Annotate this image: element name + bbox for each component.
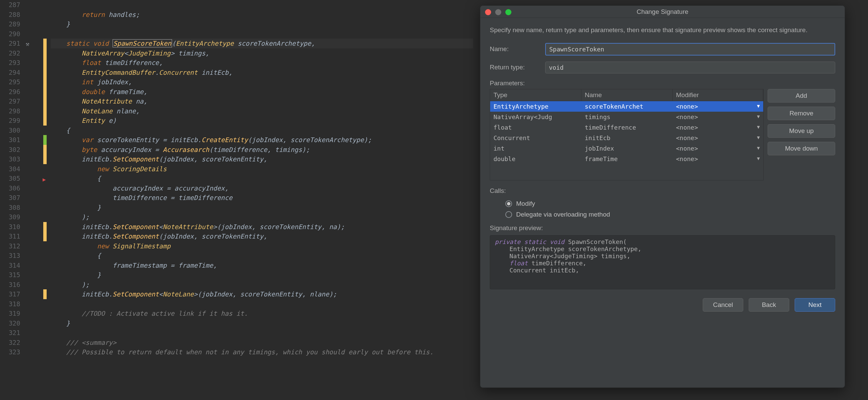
- preview-line: NativeArray<JudgeTiming> timings,: [495, 252, 830, 260]
- cell-modifier[interactable]: <none>▼: [673, 154, 763, 164]
- code-line[interactable]: {: [51, 251, 473, 261]
- code-line[interactable]: initEcb.SetComponent<NoteAttribute>(jobI…: [51, 222, 473, 232]
- change-marker: [43, 48, 47, 58]
- code-line[interactable]: new SignalTimestamp: [51, 241, 473, 251]
- code-line[interactable]: timeDifference = timeDifference: [51, 193, 473, 203]
- add-button[interactable]: Add: [768, 89, 835, 103]
- code-line[interactable]: EntityCommandBuffer.Concurrent initEcb,: [51, 68, 473, 77]
- change-marker: [43, 77, 47, 87]
- table-row[interactable]: EntityArchetypescoreTokenArchet<none>▼: [490, 101, 763, 112]
- radio-modify[interactable]: Modify: [505, 200, 835, 207]
- cell-modifier[interactable]: <none>▼: [673, 112, 763, 122]
- line-number: 291: [0, 39, 20, 48]
- radio-icon: [505, 211, 512, 218]
- dialog-title: Change Signature: [480, 8, 845, 16]
- parameters-table[interactable]: Type Name Modifier EntityArchetypescoreT…: [490, 89, 764, 180]
- table-row[interactable]: ConcurrentinitEcb<none>▼: [490, 133, 763, 143]
- code-line[interactable]: new ScoringDetails: [51, 164, 473, 174]
- code-line[interactable]: }: [51, 318, 473, 328]
- hammer-icon[interactable]: ⚒: [26, 39, 29, 49]
- line-number: 288: [0, 10, 20, 20]
- code-line[interactable]: /// <summary>: [51, 338, 473, 348]
- change-signature-dialog: Change Signature Specify new name, retur…: [480, 5, 845, 388]
- table-row[interactable]: NativeArray<Judgtimings<none>▼: [490, 112, 763, 122]
- cell-name: timeDifference: [581, 122, 673, 133]
- code-line[interactable]: );: [51, 212, 473, 222]
- code-line[interactable]: [51, 299, 473, 309]
- cell-modifier[interactable]: <none>▼: [673, 101, 763, 112]
- line-number: 319: [0, 309, 20, 318]
- line-number: 300: [0, 126, 20, 135]
- dialog-titlebar: Change Signature: [480, 6, 845, 18]
- code-editor[interactable]: 2872882892902912922932942952962972982993…: [0, 0, 473, 400]
- table-header: Type Name Modifier: [490, 89, 763, 101]
- code-line[interactable]: return handles;: [51, 10, 473, 20]
- add-marker: [43, 135, 47, 145]
- code-line[interactable]: accuracyIndex = accuracyIndex,: [51, 183, 473, 193]
- back-button[interactable]: Back: [749, 298, 789, 312]
- name-input[interactable]: [545, 43, 835, 55]
- code-line[interactable]: {: [51, 126, 473, 135]
- line-number: 304: [0, 164, 20, 174]
- table-row[interactable]: doubleframeTime<none>▼: [490, 154, 763, 164]
- code-line[interactable]: initEcb.SetComponent(jobIndex, scoreToke…: [51, 154, 473, 164]
- line-number: 287: [0, 0, 20, 10]
- zoom-icon[interactable]: [505, 9, 511, 15]
- code-line[interactable]: {: [51, 174, 473, 183]
- cell-type: int: [490, 143, 581, 154]
- code-line[interactable]: }: [51, 203, 473, 213]
- code-line[interactable]: NoteLane nlane,: [51, 106, 473, 116]
- cell-type: NativeArray<Judg: [490, 112, 581, 122]
- line-number: 293: [0, 58, 20, 68]
- line-number: 290: [0, 29, 20, 39]
- chevron-down-icon: ▼: [757, 114, 760, 119]
- close-icon[interactable]: [485, 9, 491, 15]
- chevron-down-icon: ▼: [757, 145, 760, 151]
- code-line[interactable]: double frameTime,: [51, 87, 473, 97]
- code-line[interactable]: }: [51, 19, 473, 29]
- code-line[interactable]: NativeArray<JudgeTiming> timings,: [51, 48, 473, 58]
- change-marker: [43, 87, 47, 97]
- line-number: 305: [0, 174, 20, 183]
- line-number: 310: [0, 222, 20, 232]
- code-line[interactable]: initEcb.SetComponent<NoteLane>(jobIndex,…: [51, 289, 473, 299]
- cancel-button[interactable]: Cancel: [703, 298, 743, 312]
- code-line[interactable]: static void SpawnScoreToken(EntityArchet…: [51, 39, 473, 48]
- change-marker: [43, 154, 47, 164]
- code-line[interactable]: float timeDifference,: [51, 58, 473, 68]
- code-line[interactable]: var scoreTokenEntity = initEcb.CreateEnt…: [51, 135, 473, 145]
- minimize-icon[interactable]: [495, 9, 501, 15]
- code-line[interactable]: );: [51, 280, 473, 290]
- code-line[interactable]: NoteAttribute na,: [51, 96, 473, 106]
- table-row[interactable]: floattimeDifference<none>▼: [490, 122, 763, 133]
- code-line[interactable]: Entity e): [51, 116, 473, 126]
- code-line[interactable]: [51, 328, 473, 338]
- code-line[interactable]: //TODO : Activate active link if it has …: [51, 309, 473, 318]
- next-button[interactable]: Next: [795, 298, 835, 312]
- move-down-button[interactable]: Move down: [768, 142, 835, 155]
- code-line[interactable]: byte accuracyIndex = Accurasearch(timeDi…: [51, 145, 473, 155]
- bookmark-icon[interactable]: ▶: [43, 175, 46, 185]
- cell-type: double: [490, 154, 581, 164]
- return-type-label: Return type:: [490, 64, 540, 71]
- radio-delegate[interactable]: Delegate via overloading method: [505, 211, 835, 218]
- code-line[interactable]: }: [51, 270, 473, 280]
- table-row[interactable]: intjobIndex<none>▼: [490, 143, 763, 154]
- code-line[interactable]: initEcb.SetComponent(jobIndex, scoreToke…: [51, 231, 473, 241]
- code-area[interactable]: return handles; } static void SpawnScore…: [51, 0, 473, 400]
- code-line[interactable]: [51, 0, 473, 10]
- return-type-input[interactable]: [545, 62, 835, 73]
- cell-modifier[interactable]: <none>▼: [673, 133, 763, 143]
- line-number: 321: [0, 328, 20, 338]
- cell-modifier[interactable]: <none>▼: [673, 122, 763, 133]
- line-number: 314: [0, 261, 20, 270]
- code-line[interactable]: int jobIndex,: [51, 77, 473, 87]
- code-line[interactable]: [51, 29, 473, 39]
- cell-modifier[interactable]: <none>▼: [673, 143, 763, 154]
- code-line[interactable]: /// Possible to return default when not …: [51, 347, 473, 357]
- cell-type: EntityArchetype: [490, 101, 581, 112]
- code-line[interactable]: frameTimestamp = frameTime,: [51, 261, 473, 270]
- change-marker: [43, 39, 47, 48]
- remove-button[interactable]: Remove: [768, 107, 835, 120]
- move-up-button[interactable]: Move up: [768, 124, 835, 138]
